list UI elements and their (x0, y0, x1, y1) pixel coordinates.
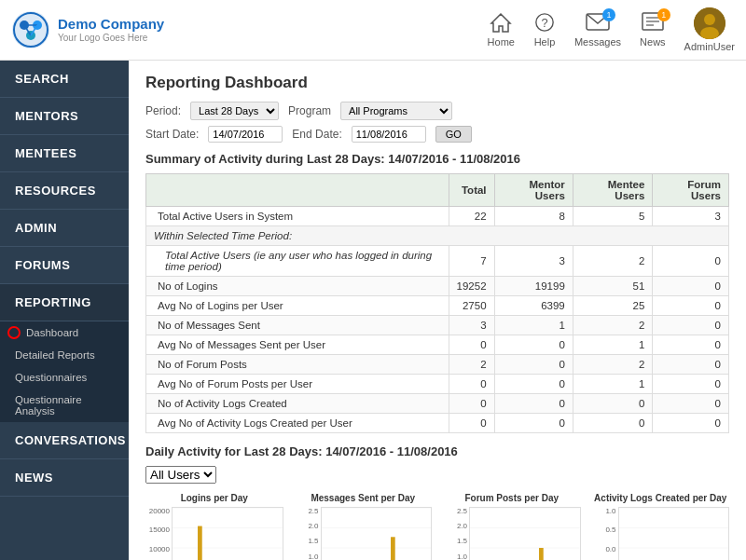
end-date-input[interactable] (352, 126, 426, 143)
sidebar-item-search[interactable]: SEARCH (0, 61, 129, 98)
sidebar-item-mentors[interactable]: MENTORS (0, 98, 129, 135)
table-cell: 0 (653, 335, 729, 355)
top-header: Demo Company Your Logo Goes Here Home ? … (0, 0, 746, 61)
chart-wrapper-1: 2.52.01.51.00.50.0 (295, 507, 433, 560)
table-cell: 3 (653, 207, 729, 226)
y-labels-0: 20000150001000050000 (145, 507, 172, 560)
chart-wrapper-2: 2.52.01.51.00.50.0 (443, 507, 581, 560)
sidebar-sub-dashboard-label: Dashboard (26, 327, 78, 338)
table-row-label: No of Logins (146, 277, 449, 296)
col-header-forum: Forum Users (653, 174, 729, 207)
chart-title-0: Logins per Day (145, 493, 283, 503)
avatar-icon (694, 7, 725, 39)
svg-text:?: ? (541, 16, 547, 30)
page-title: Reporting Dashboard (145, 74, 729, 92)
svg-point-0 (12, 11, 49, 48)
table-cell: 2 (573, 316, 653, 335)
daily-title: Daily Activity for Last 28 Days: 14/07/2… (145, 444, 729, 458)
logo-sub: Your Logo Goes Here (58, 33, 164, 44)
svg-rect-32 (391, 537, 395, 560)
nav-messages[interactable]: 1 Messages (574, 12, 621, 48)
start-date-label: Start Date: (145, 128, 199, 141)
chart-svg-3 (619, 508, 729, 560)
logo-area: Demo Company Your Logo Goes Here (11, 10, 488, 49)
table-cell: 3 (494, 246, 573, 277)
sidebar-sub-questionnaire-analysis[interactable]: Questionnaire Analysis (0, 389, 129, 422)
messages-badge: 1 (602, 8, 615, 21)
table-cell: 0 (494, 335, 573, 355)
table-row-label: Total Active Users in System (146, 207, 449, 226)
table-cell: 0 (653, 277, 729, 296)
y-labels-3: 1.00.50.0-0.5-1.0 (592, 507, 618, 560)
sidebar-sub-detailed-reports[interactable]: Detailed Reports (0, 344, 129, 366)
chart-inner-1 (321, 507, 433, 560)
dashboard-indicator (7, 326, 21, 339)
sidebar-item-news[interactable]: NEWS (0, 459, 129, 497)
home-icon-wrap (490, 12, 512, 34)
table-row-label: Avg No of Activity Logs Created per User (146, 414, 449, 433)
sidebar-item-conversations[interactable]: CONVERSATIONS (0, 422, 129, 459)
sidebar-item-forums[interactable]: FORUMS (0, 247, 129, 284)
table-cell: 6399 (494, 296, 573, 316)
sidebar-sub-questionnaires[interactable]: Questionnaires (0, 366, 129, 389)
chart-inner-3 (618, 507, 730, 560)
avatar (694, 7, 725, 39)
table-cell: 0 (494, 355, 573, 375)
sidebar: SEARCH MENTORS MENTEES RESOURCES ADMIN F… (0, 61, 129, 560)
charts-container: Logins per Day20000150001000050000Jul 16… (145, 493, 729, 560)
chart-inner-2 (469, 507, 581, 560)
table-cell: 0 (653, 246, 729, 277)
y-labels-2: 2.52.01.51.00.50.0 (443, 507, 469, 560)
table-row-label: No of Activity Logs Created (146, 394, 449, 414)
logo-text: Demo Company Your Logo Goes Here (58, 16, 164, 44)
end-date-label: End Date: (292, 128, 341, 141)
table-cell: 1 (573, 335, 653, 355)
sidebar-item-admin[interactable]: ADMIN (0, 210, 129, 247)
period-select[interactable]: Last 28 Days (190, 102, 279, 120)
col-header-mentor: Mentor Users (494, 174, 573, 207)
nav-admin-user[interactable]: AdminUser (684, 7, 735, 52)
svg-rect-25 (198, 526, 202, 560)
sidebar-item-reporting[interactable]: REPORTING (0, 284, 129, 321)
chart-wrapper-0: 20000150001000050000 (145, 507, 283, 560)
table-cell: 0 (449, 375, 494, 394)
sidebar-sub-dashboard[interactable]: Dashboard (0, 321, 129, 344)
chart-box-2: Forum Posts per Day2.52.01.51.00.50.0Jul… (443, 493, 581, 560)
chart-box-1: Messages Sent per Day2.52.01.51.00.50.0J… (295, 493, 433, 560)
table-row-label: Avg No of Messages Sent per User (146, 335, 449, 355)
table-cell: 0 (494, 375, 573, 394)
chart-svg-2 (470, 508, 580, 560)
start-date-input[interactable] (208, 126, 283, 143)
table-cell: 19199 (494, 277, 573, 296)
table-row-label: Avg No of Forum Posts per User (146, 375, 449, 394)
nav-news[interactable]: 1 News (640, 12, 666, 48)
chart-title-1: Messages Sent per Day (295, 493, 433, 503)
chart-inner-0 (172, 507, 283, 560)
logo-icon (11, 10, 50, 49)
table-cell: 0 (653, 394, 729, 414)
period-label: Period: (145, 104, 181, 117)
table-cell: 8 (494, 207, 573, 226)
nav-home[interactable]: Home (488, 12, 515, 48)
charts-filter-select[interactable]: All Users Mentors Mentees (145, 466, 216, 484)
svg-point-17 (704, 14, 715, 25)
table-cell: 0 (653, 296, 729, 316)
sidebar-item-mentees[interactable]: MENTEES (0, 135, 129, 172)
nav-help-label: Help (534, 36, 556, 48)
program-select[interactable]: All Programs (340, 102, 452, 120)
table-row-label: Total Active Users (ie any user who has … (146, 246, 449, 277)
nav-news-label: News (640, 36, 666, 48)
col-header-total: Total (449, 174, 494, 207)
table-cell: 0 (653, 375, 729, 394)
table-cell: 2 (573, 246, 653, 277)
sidebar-item-resources[interactable]: RESOURCES (0, 172, 129, 210)
table-cell: 0 (573, 394, 653, 414)
table-cell: 19252 (449, 277, 494, 296)
nav-help[interactable]: ? Help (533, 12, 556, 48)
table-row-category: Within Selected Time Period: (146, 226, 729, 246)
table-cell: 0 (449, 414, 494, 433)
go-button[interactable]: GO (435, 126, 472, 143)
messages-icon-wrap: 1 (586, 12, 610, 34)
table-cell: 2750 (449, 296, 494, 316)
table-row-label: No of Messages Sent (146, 316, 449, 335)
